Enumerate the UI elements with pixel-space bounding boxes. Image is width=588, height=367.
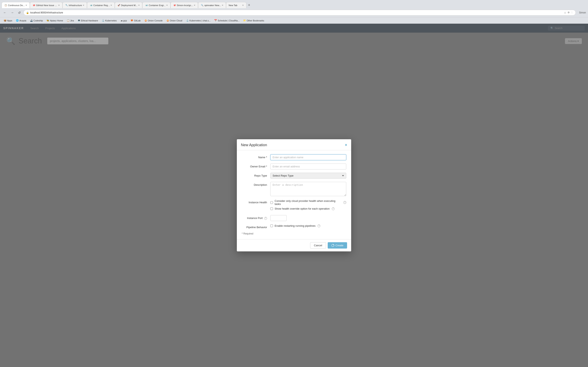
reload-button[interactable]: ↺ <box>17 10 22 15</box>
tab-4[interactable]: 🐋 Container Reg... × <box>87 2 115 8</box>
tab-title: Continuous De... <box>8 4 25 7</box>
enable-restarting-checkbox[interactable] <box>270 225 273 227</box>
description-textarea[interactable] <box>270 182 346 196</box>
new-tab-button[interactable]: + <box>246 2 252 8</box>
bookmark-onion-console[interactable]: 🧅 Onion Console <box>143 19 164 22</box>
tab-favicon-6: 🐋 <box>145 4 148 7</box>
instance-port-help[interactable]: ? <box>264 217 267 220</box>
acquia-icon: 🌐 <box>16 19 19 22</box>
repo-type-select[interactable]: Select Repo Type GitHub GitLab Bitbucket… <box>270 173 346 179</box>
bookmark-acquia[interactable]: 🌐 Acquia <box>14 19 28 22</box>
address-icons: ☆ ⚙ ⋮ <box>564 11 573 14</box>
user-name: Simon <box>579 11 586 14</box>
tab-7[interactable]: 🐙 Simon-Ince/gc... × <box>171 2 198 8</box>
tab-close-6[interactable]: × <box>166 4 168 7</box>
repo-type-label: Repo Type <box>242 173 270 177</box>
tab-close-4[interactable]: × <box>111 4 112 7</box>
cloud-provider-health-label: Consider only cloud provider health when… <box>275 200 341 206</box>
tab-bar: 📋 Continuous De... × 🐙 GitHub New Issue … <box>0 0 588 8</box>
star-icon[interactable]: ☆ <box>564 11 566 14</box>
tab-favicon-4: 🐋 <box>90 4 93 7</box>
back-button[interactable]: ← <box>2 10 8 15</box>
menu-icon[interactable]: ⋮ <box>571 11 573 14</box>
bookmark-kubernetes[interactable]: ⚓ Kubernetes <box>100 19 118 22</box>
create-spinner-icon <box>331 244 334 247</box>
bookmark-ethical-hardware[interactable]: 💻 Ethical Hardware <box>76 19 100 22</box>
gitlab-icon: 🦊 <box>130 19 133 22</box>
tab-close-btn[interactable]: × <box>26 4 27 7</box>
bookmark-apiary[interactable]: 🐝 Apiary Home <box>45 19 65 22</box>
bookmark-codeship[interactable]: 🚢 Codeship <box>28 19 44 22</box>
bookmark-label-acquia: Acquia <box>19 19 26 22</box>
bookmark-onion-cloud[interactable]: 🧅 Onion Cloud <box>165 19 184 22</box>
bookmark-gitlab[interactable]: 🦊 GitLab <box>129 19 142 22</box>
cloud-provider-health-help[interactable]: ? <box>343 201 346 204</box>
name-field-row: Name * <box>242 154 346 160</box>
name-input[interactable] <box>270 154 346 160</box>
tab-close-5[interactable]: × <box>138 4 140 7</box>
health-override-checkbox[interactable] <box>270 207 273 210</box>
tab-close-9[interactable]: × <box>242 4 244 7</box>
tab-title-7: Simon-Ince/gc... <box>177 4 193 7</box>
gcp-icon: ☁ <box>121 19 123 22</box>
bookmark-apps[interactable]: 📦 Apps <box>2 19 14 22</box>
repo-type-field-row: Repo Type Select Repo Type GitHub GitLab… <box>242 173 346 179</box>
tab-close-3[interactable]: × <box>83 4 84 7</box>
tab-favicon-2: 🐙 <box>33 4 35 7</box>
bookmark-label-onion-cloud: Onion Cloud <box>170 19 182 22</box>
tab-title-6: Container Engi... <box>149 4 165 7</box>
bookmark-jira[interactable]: 📋 Jira <box>65 19 76 22</box>
tab-9[interactable]: New Tab × <box>226 2 246 8</box>
enable-restarting-help[interactable]: ? <box>318 225 320 227</box>
description-label: Description <box>242 182 270 186</box>
apps-icon: 📦 <box>4 19 7 22</box>
instance-port-row: Instance Port ? <box>242 215 346 221</box>
tab-2[interactable]: 🐙 GitHub New Issue · sp... × <box>30 2 62 8</box>
bookmark-label-kubernetes-chat: Kubernetes | chat.s... <box>190 19 211 22</box>
extension-icon[interactable]: ⚙ <box>568 11 570 14</box>
bookmark-kubernetes-chat[interactable]: ⚓ Kubernetes | chat.s... <box>184 19 212 22</box>
tab-close-2[interactable]: × <box>58 4 60 7</box>
bookmark-label-schedule: Schedule | CloudNa... <box>218 19 240 22</box>
create-label: Create <box>336 244 343 247</box>
tab-title-2: GitHub New Issue · sp... <box>36 4 57 7</box>
owner-email-input[interactable] <box>270 164 346 169</box>
tab-favicon-3: 🔧 <box>65 4 68 7</box>
new-application-modal: New Application × Name * Owner Email * R… <box>237 139 351 251</box>
apiary-icon: 🐝 <box>47 19 49 22</box>
tab-5[interactable]: 🚀 Deployment M... × <box>115 2 143 8</box>
onion-console-icon: 🧅 <box>144 19 147 22</box>
modal-title: New Application <box>241 143 267 147</box>
address-bar[interactable]: 🔒 localhost:9000/#/infrastructure ☆ ⚙ ⋮ <box>24 10 576 16</box>
health-override-help[interactable]: ? <box>332 207 335 210</box>
bookmark-schedule[interactable]: 📅 Schedule | CloudNa... <box>213 19 241 22</box>
bookmark-other[interactable]: 📁 Other Bookmarks <box>242 19 266 22</box>
modal-overlay: New Application × Name * Owner Email * R… <box>0 24 588 367</box>
enable-restarting-row: Enable restarting running pipelines ? <box>270 224 346 227</box>
tab-6[interactable]: 🐋 Container Engi... × <box>142 2 171 8</box>
tab-favicon-8: 🔍 <box>201 4 204 7</box>
bookmark-label-codeship: Codeship <box>34 19 43 22</box>
pipeline-behavior-row: Pipeline Behavior Enable restarting runn… <box>242 224 346 229</box>
create-button[interactable]: Create <box>328 242 347 249</box>
pipeline-behavior-label: Pipeline Behavior <box>242 224 270 229</box>
kubernetes-icon: ⚓ <box>102 19 104 22</box>
tab-close-8[interactable]: × <box>222 4 223 7</box>
bookmark-label-gitlab: GitLab <box>134 19 140 22</box>
cancel-button[interactable]: Cancel <box>310 242 326 249</box>
tab-close-7[interactable]: × <box>194 4 195 7</box>
instance-port-input[interactable] <box>270 215 287 221</box>
tab-active[interactable]: 📋 Continuous De... × <box>2 2 30 8</box>
instance-health-checkboxes: Consider only cloud provider health when… <box>270 200 346 212</box>
bookmark-label-jira: Jira <box>70 19 74 22</box>
schedule-icon: 📅 <box>214 19 217 22</box>
tab-3[interactable]: 🔧 Infrastructure × <box>62 2 87 8</box>
tab-title-8: spinnaker New... <box>204 4 221 7</box>
modal-header: New Application × <box>237 139 351 150</box>
modal-close-button[interactable]: × <box>345 143 347 147</box>
health-override-label: Show health override option for each ope… <box>275 207 330 210</box>
forward-button[interactable]: → <box>9 10 15 15</box>
tab-8[interactable]: 🔍 spinnaker New... × <box>198 2 226 8</box>
cloud-provider-health-checkbox[interactable] <box>270 201 273 204</box>
bookmark-gcp[interactable]: ☁ gcp <box>119 19 129 22</box>
